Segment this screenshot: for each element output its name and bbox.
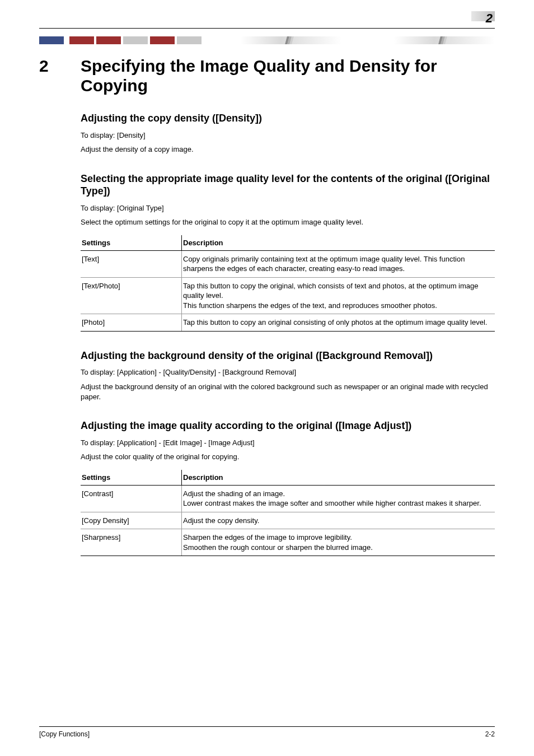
section-original-type-to-display: To display: [Original Type]: [81, 203, 495, 213]
setting-description: Sharpen the edges of the image to improv…: [182, 529, 495, 556]
section-original-type-body: Select the optimum settings for the orig…: [81, 217, 495, 227]
chapter-heading: 2 Specifying the Image Quality and Densi…: [39, 57, 495, 95]
original-type-table: Settings Description [Text] Copy origina…: [81, 235, 495, 332]
setting-description: Adjust the copy density.: [182, 512, 495, 529]
section-density-to-display: To display: [Density]: [81, 130, 495, 141]
table-row: [Photo] Tap this button to copy an origi…: [81, 314, 495, 332]
setting-name: [Text/Photo]: [81, 277, 182, 314]
section-density-heading: Adjusting the copy density ([Density]): [81, 112, 495, 125]
table-header-description: Description: [182, 470, 495, 486]
section-original-type: Selecting the appropriate image quality …: [81, 172, 495, 332]
table-header-settings: Settings: [81, 470, 182, 486]
section-density-body: Adjust the density of a copy image.: [81, 144, 495, 155]
table-header-settings: Settings: [81, 235, 182, 251]
chapter-number: 2: [39, 57, 81, 75]
section-background-removal-body: Adjust the background density of an orig…: [81, 382, 495, 402]
table-row: [Text/Photo] Tap this button to copy the…: [81, 277, 495, 314]
setting-description: Tap this button to copy the original, wh…: [182, 277, 495, 314]
setting-name: [Contrast]: [81, 485, 182, 512]
header-rule: [39, 28, 495, 29]
section-image-adjust-body: Adjust the color quality of the original…: [81, 452, 495, 462]
section-background-removal-heading: Adjusting the background density of the …: [81, 349, 495, 362]
header-chapter-number-text: 2: [486, 11, 495, 25]
section-original-type-heading: Selecting the appropriate image quality …: [81, 172, 495, 198]
table-row: [Text] Copy originals primarily containi…: [81, 250, 495, 277]
table-row: [Copy Density] Adjust the copy density.: [81, 512, 495, 529]
section-density: Adjusting the copy density ([Density]) T…: [81, 112, 495, 155]
footer-left: [Copy Functions]: [39, 730, 90, 738]
section-image-adjust: Adjusting the image quality according to…: [81, 419, 495, 556]
image-adjust-table: Settings Description [Contrast] Adjust t…: [81, 470, 495, 557]
section-background-removal-to-display: To display: [Application] - [Quality/Den…: [81, 367, 495, 377]
section-background-removal: Adjusting the background density of the …: [81, 349, 495, 402]
decorative-color-band: [39, 36, 495, 46]
table-row: [Contrast] Adjust the shading of an imag…: [81, 485, 495, 512]
setting-description: Copy originals primarily containing text…: [182, 250, 495, 277]
setting-name: [Copy Density]: [81, 512, 182, 529]
table-row: [Sharpness] Sharpen the edges of the ima…: [81, 529, 495, 556]
page-footer: [Copy Functions] 2-2: [39, 726, 495, 738]
section-image-adjust-heading: Adjusting the image quality according to…: [81, 419, 495, 432]
table-header-description: Description: [182, 235, 495, 251]
chapter-title: Specifying the Image Quality and Density…: [81, 57, 495, 95]
section-image-adjust-to-display: To display: [Application] - [Edit Image]…: [81, 438, 495, 448]
setting-name: [Text]: [81, 250, 182, 277]
setting-name: [Sharpness]: [81, 529, 182, 556]
footer-right: 2-2: [485, 730, 495, 738]
setting-name: [Photo]: [81, 314, 182, 332]
setting-description: Tap this button to copy an original cons…: [182, 314, 495, 332]
setting-description: Adjust the shading of an image.Lower con…: [182, 485, 495, 512]
header-chapter-number: 2: [471, 11, 495, 28]
